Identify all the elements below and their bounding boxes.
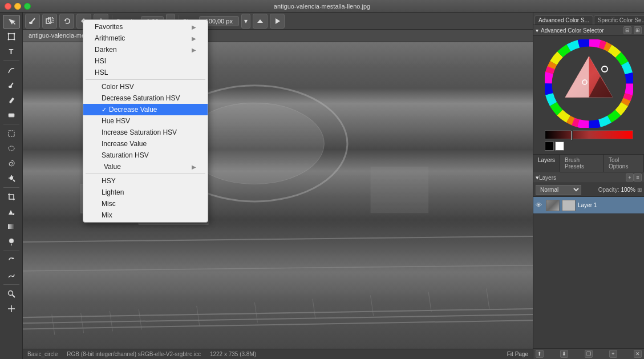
tool-eraser[interactable] xyxy=(3,108,20,122)
menu-item-color-hsv[interactable]: Color HSV xyxy=(83,81,208,92)
status-bar: Basic_circle RGB (8-bit integer/channel)… xyxy=(23,349,533,359)
tab-specific-color[interactable]: Specific Color Se... xyxy=(594,15,644,25)
tool-magic-wand[interactable] xyxy=(3,171,20,185)
svg-point-3 xyxy=(7,39,9,41)
tool-ellipse-select[interactable] xyxy=(3,142,20,155)
status-right: Fit Page xyxy=(507,351,528,357)
menu-item-saturation-hsv[interactable]: Saturation HSV xyxy=(83,150,208,161)
menu-item-decrease-value[interactable]: ✓ Decrease Value xyxy=(83,104,208,115)
tool-crop[interactable] xyxy=(3,190,20,204)
gradient-bar[interactable] xyxy=(545,130,633,139)
layer-item[interactable]: 👁 Layer 1 xyxy=(533,197,644,214)
tool-rotate[interactable] xyxy=(3,253,20,267)
opacity-row: Opacity: 100% ⊞ xyxy=(598,187,642,193)
svg-line-46 xyxy=(371,295,374,316)
clone-icon[interactable] xyxy=(42,14,57,29)
svg-point-1 xyxy=(7,33,9,35)
tool-gradient[interactable] xyxy=(3,220,20,233)
svg-line-45 xyxy=(313,299,315,319)
layers-controls: Normal Opacity: 100% ⊞ xyxy=(533,183,644,197)
layers-title-label: Layers xyxy=(539,175,626,181)
layer-add-btn[interactable]: + xyxy=(609,350,617,358)
color-panel-tabs: Advanced Color S... Specific Color Se...… xyxy=(533,13,644,25)
minimize-button[interactable] xyxy=(14,3,21,10)
menu-item-hue-hsv[interactable]: Hue HSV xyxy=(83,115,208,127)
layers-panel: Layers Brush Presets Tool Options ▾ Laye… xyxy=(533,155,644,359)
menu-item-hsi[interactable]: HSI xyxy=(83,55,208,67)
menu-item-mix[interactable]: Mix xyxy=(83,209,208,221)
color-swatches xyxy=(545,142,633,151)
background-color[interactable] xyxy=(555,142,564,151)
tool-rect-select[interactable] xyxy=(3,127,20,140)
tool-fill[interactable] xyxy=(3,205,20,219)
menu-item-increase-value[interactable]: Increase Value xyxy=(83,138,208,150)
tool-freehand[interactable] xyxy=(3,63,20,77)
close-button[interactable] xyxy=(5,3,11,10)
maximize-button[interactable] xyxy=(24,3,31,10)
menu-label-value: Value xyxy=(95,163,121,171)
svg-line-35 xyxy=(23,265,533,271)
tab-tool-options[interactable]: Tool Options xyxy=(604,155,644,172)
layers-add-btn[interactable]: + xyxy=(626,174,634,181)
tab-layers[interactable]: Layers xyxy=(533,155,560,172)
svg-line-34 xyxy=(23,236,533,241)
menu-item-hsy[interactable]: HSY xyxy=(83,175,208,187)
svg-marker-27 xyxy=(257,19,263,23)
window-title: antiguo-valencia-mestalla-lleno.jpg xyxy=(274,3,370,10)
layer-delete-btn[interactable]: ✕ xyxy=(634,350,642,358)
menu-label-decrease-value: Decrease Value xyxy=(109,106,157,114)
menu-item-value[interactable]: Value ▶ xyxy=(83,161,208,172)
right-panel: Advanced Color S... Specific Color Se...… xyxy=(533,13,644,359)
play-icon[interactable] xyxy=(270,14,285,29)
selected-checkmark: ✓ xyxy=(102,106,107,114)
filter-icon[interactable]: ⊞ xyxy=(637,187,642,193)
menu-item-misc[interactable]: Misc xyxy=(83,198,208,209)
menu-item-favorites[interactable]: Favorites ▶ xyxy=(83,21,208,33)
layer-down-btn[interactable]: ⬇ xyxy=(560,350,568,358)
color-panel-settings-btn[interactable]: ⊟ xyxy=(623,26,631,34)
tool-pencil[interactable] xyxy=(3,93,20,107)
foreground-color[interactable] xyxy=(545,142,554,151)
tab-brush-presets[interactable]: Brush Presets xyxy=(560,155,604,172)
collapse-arrow[interactable]: ▾ xyxy=(536,27,538,34)
svg-line-47 xyxy=(428,292,431,312)
tool-transform[interactable] xyxy=(3,30,20,43)
menu-item-arithmetic[interactable]: Arithmetic ▶ xyxy=(83,33,208,44)
tool-cursor[interactable] xyxy=(3,15,20,29)
layer-mask-thumbnail xyxy=(562,200,576,211)
arrow-arithmetic: ▶ xyxy=(192,35,196,42)
layer-duplicate-btn[interactable]: ❐ xyxy=(585,350,593,358)
tool-paint[interactable] xyxy=(3,78,20,92)
size-up[interactable]: ▾ xyxy=(241,14,250,29)
layers-footer: ⬆ ⬇ ❐ + ✕ xyxy=(533,348,644,359)
reset-icon[interactable] xyxy=(59,14,74,29)
zoom-level[interactable]: Fit Page xyxy=(507,351,528,357)
color-wheel[interactable] xyxy=(545,39,633,128)
menu-item-hsl[interactable]: HSL xyxy=(83,67,208,78)
blend-mode-dropdown[interactable]: Normal xyxy=(536,185,581,195)
tab-advanced-color[interactable]: Advanced Color S... xyxy=(534,15,593,25)
tool-text[interactable]: T xyxy=(3,45,20,58)
color-selector-header: ▾ Advanced Color Selector ⊟ ⊞ xyxy=(533,25,644,36)
color-panel-expand-btn[interactable]: ⊞ xyxy=(634,26,642,34)
menu-item-decrease-saturation-hsv[interactable]: Decrease Saturation HSV xyxy=(83,92,208,104)
image-dimensions: 1222 x 735 (3.8M) xyxy=(210,351,256,357)
brush-presets-tab-label: Brush Presets xyxy=(565,157,584,170)
tool-zoom[interactable] xyxy=(3,287,20,301)
panel-tabs: Layers Brush Presets Tool Options xyxy=(533,155,644,172)
brush-icon[interactable] xyxy=(25,14,40,29)
tool-lasso[interactable] xyxy=(3,156,20,170)
menu-item-increase-saturation-hsv[interactable]: Increase Saturation HSV xyxy=(83,127,208,138)
flip-icon[interactable] xyxy=(253,14,268,29)
menu-label-darken: Darken xyxy=(95,46,117,54)
layer-visibility-icon[interactable]: 👁 xyxy=(536,201,544,209)
svg-point-15 xyxy=(9,239,14,243)
menu-item-lighten[interactable]: Lighten xyxy=(83,187,208,198)
layers-settings-btn[interactable]: ≡ xyxy=(634,174,642,181)
menu-item-darken[interactable]: Darken ▶ xyxy=(83,44,208,55)
layer-up-btn[interactable]: ⬆ xyxy=(536,350,544,358)
menu-label-hsl: HSL xyxy=(95,68,108,76)
tool-pan[interactable] xyxy=(3,302,20,316)
tool-smudge[interactable] xyxy=(3,268,20,282)
tool-color-picker[interactable] xyxy=(3,235,20,248)
